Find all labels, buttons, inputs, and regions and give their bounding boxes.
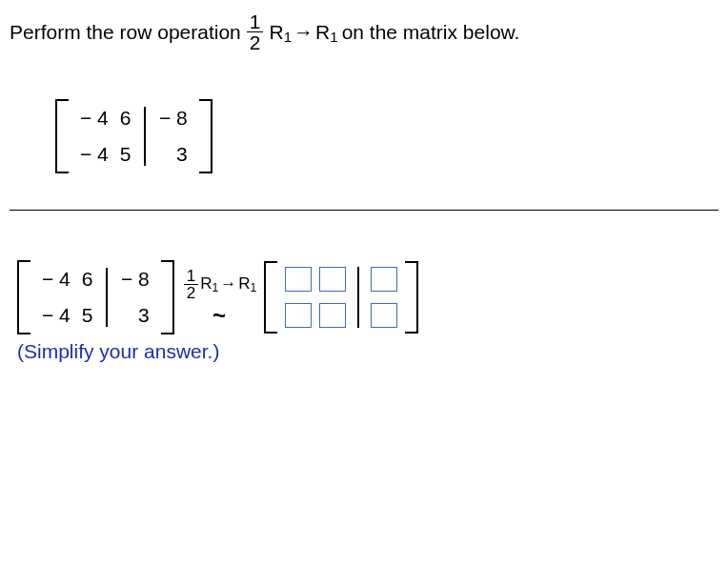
cell-r1c2: 6	[82, 268, 93, 291]
cell-r2c1: − 4	[80, 143, 109, 166]
bracket-left-icon	[264, 261, 277, 334]
cell-r2c3: 3	[176, 143, 188, 166]
input-r1c3[interactable]	[371, 267, 397, 292]
augment-bar	[357, 267, 359, 328]
augment-bar	[106, 268, 108, 327]
question-pre: Perform the row operation	[10, 21, 241, 44]
tilde-icon: ~	[212, 303, 226, 327]
bracket-right-icon	[199, 99, 212, 173]
cell-r2c2: 5	[82, 304, 93, 327]
cell-r2c2: 5	[120, 143, 131, 166]
augment-bar	[144, 107, 146, 166]
input-r1c1[interactable]	[285, 267, 312, 292]
cell-r1c2: 6	[120, 107, 131, 130]
given-matrix: − 4 − 4 6 5 − 8 3	[55, 83, 718, 173]
bracket-right-icon	[405, 261, 418, 334]
cell-r2c3: 3	[138, 304, 150, 327]
input-r2c3[interactable]	[371, 303, 397, 328]
simplify-note: (Simplify your answer.)	[17, 340, 718, 363]
cell-r1c1: − 4	[80, 107, 109, 130]
input-r2c1[interactable]	[285, 303, 312, 328]
row-op-over-tilde: 1 2 R1 → R1 ~	[182, 268, 257, 327]
fraction-one-half: 1 2	[247, 11, 264, 52]
cell-r1c3: − 8	[121, 268, 150, 291]
input-r1c2[interactable]	[319, 267, 346, 292]
answer-left-matrix: − 4 − 4 6 5 − 8 3	[17, 260, 174, 334]
bracket-right-icon	[161, 260, 174, 334]
question-post: on the matrix below.	[342, 21, 520, 44]
answer-row: − 4 − 4 6 5 − 8 3	[17, 260, 718, 334]
cell-r1c1: − 4	[42, 268, 71, 291]
bracket-left-icon	[17, 260, 30, 334]
cell-r1c3: − 8	[159, 107, 188, 130]
fraction-one-half-icon: 1 2	[184, 268, 198, 301]
question-text: Perform the row operation 1 2 R1 → R1 on…	[10, 11, 718, 52]
row-operation-expr: R1 → R1	[269, 21, 337, 44]
separator	[10, 210, 718, 211]
answer-input-matrix	[264, 261, 418, 334]
input-r2c2[interactable]	[319, 303, 346, 328]
bracket-left-icon	[55, 99, 69, 173]
cell-r2c1: − 4	[42, 304, 71, 327]
